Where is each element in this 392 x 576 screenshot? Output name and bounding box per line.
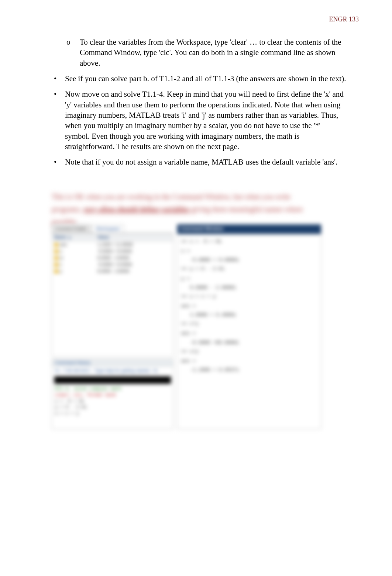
cw-line: -6.6000 +66.0000i [190, 339, 317, 346]
workspace-var-name: w [52, 255, 95, 261]
blurred-line-1: This is OK when you are working in the C… [52, 192, 340, 201]
workspace-var-name: ans [52, 241, 95, 248]
variable-icon [54, 256, 58, 260]
cw-line: y = [181, 275, 317, 283]
bullet-item-3: • Now move on and solve T1.1-4. Keep in … [52, 89, 347, 152]
history-line[interactable]: u = x + y [55, 411, 170, 417]
variable-icon [54, 249, 58, 253]
workspace-row[interactable]: ans1.2200 + 11.6500i [52, 241, 173, 248]
cw-line: >> x*y [181, 320, 317, 328]
bullet-item-2: • See if you can solve part b. of T1.1-2… [52, 73, 347, 84]
workspace-var-value: -5.0000 + 9.0000i [95, 261, 173, 268]
tab-current-folder[interactable]: Current Folder [52, 224, 91, 233]
bullet-marker: • [52, 157, 65, 167]
workspace-row[interactable]: y6.0000 - 2.6000i [52, 268, 173, 275]
workspace-col-name[interactable]: Name ▲ [52, 234, 95, 241]
blurred-line-2: programs, very often should define varia… [52, 204, 340, 214]
variable-icon [54, 243, 58, 247]
left-column: Current Folder Workspace Name ▲ Value an… [52, 224, 173, 429]
command-history-redaction [54, 376, 171, 384]
command-window-title: Command Window [177, 224, 321, 234]
cw-line: 6.0000 - 2.6000i [190, 284, 317, 292]
bullet-marker: • [52, 73, 65, 84]
cw-line: -5.0000 + 9.0000i [190, 256, 317, 264]
workspace-var-value: -5.0000 + 9.0000i [95, 248, 173, 255]
cw-line: >> y = 6 - 2.6i [181, 265, 317, 273]
command-window-body[interactable]: >> x = -5 + 9ix =-5.0000 + 9.0000i>> y =… [177, 234, 321, 429]
bullet-text-4: Note that if you do not assign a variabl… [65, 157, 347, 167]
cw-line: >> x/y [181, 348, 317, 355]
cw-line: >> u = x + y [181, 293, 317, 300]
blurred-pre: programs, [52, 205, 83, 213]
workspace-var-name: y [52, 268, 95, 275]
command-history-panel: Command History %-- 7:45 AM 8/24 -- Type… [52, 359, 173, 429]
cw-line: ans = [181, 358, 317, 365]
bullet-item-4: • Note that if you do not assign a varia… [52, 157, 347, 167]
bullet-text-3: Now move on and solve T1.1-4. Keep in mi… [65, 89, 347, 152]
right-column: Command Window >> x = -5 + 9ix =-5.0000 … [177, 224, 321, 429]
sub-marker: o [66, 37, 80, 68]
cw-line: 1.0000 + 6.4000i [190, 311, 317, 319]
command-history-title: Command History [52, 359, 173, 367]
sub-list-item: o To clear the variables from the Worksp… [52, 37, 347, 68]
workspace-row[interactable]: u-5.0000 + 9.0000i [52, 248, 173, 255]
sub-item-text: To clear the variables from the Workspac… [80, 37, 347, 68]
workspace-var-value: 6.0000 - 2.6000i [95, 255, 173, 261]
workspace-tabs: Current Folder Workspace [52, 224, 173, 233]
workspace-var-name: x [52, 261, 95, 268]
page-header-course: ENGR 133 [329, 15, 359, 23]
workspace-var-name: u [52, 248, 95, 255]
blurred-post: giving them meaningful names where [189, 205, 303, 213]
cw-line: -1.2606 + 0.9537i [190, 366, 317, 374]
bullet-marker: • [52, 89, 65, 152]
document-body: o To clear the variables from the Worksp… [52, 37, 347, 173]
cw-line: ans = [181, 303, 317, 310]
workspace-var-value: 1.2200 + 11.6500i [95, 241, 173, 248]
workspace-col-value[interactable]: Value [95, 234, 173, 241]
matlab-screenshot: Current Folder Workspace Name ▲ Value an… [52, 224, 310, 429]
history-line[interactable]: x = -5 + 9i [55, 399, 170, 405]
command-history-lines: %T1-4, solve complex mathclear; clc; for… [52, 385, 173, 418]
history-line[interactable]: y = 6 - 2.6i [55, 404, 170, 411]
workspace-row[interactable]: x-5.0000 + 9.0000i [52, 261, 173, 268]
bullet-text-2: See if you can solve part b. of T1.1-2 a… [65, 73, 347, 84]
command-history-timestamp: %-- 7:45 AM 8/24 -- Type help for gettin… [52, 367, 173, 375]
tab-workspace[interactable]: Workspace [92, 224, 124, 233]
blurred-bold: very often should define variables [83, 205, 190, 213]
cw-line: x = [181, 248, 317, 255]
variable-icon [54, 269, 58, 273]
workspace-var-value: 6.0000 - 2.6000i [95, 268, 173, 275]
cw-line: >> x = -5 + 9i [181, 238, 317, 245]
blurred-paragraph: This is OK when you are working in the C… [52, 192, 340, 230]
workspace-row[interactable]: w6.0000 - 2.6000i [52, 255, 173, 261]
workspace-table: Name ▲ Value ans1.2200 + 11.6500iu-5.000… [52, 234, 173, 275]
history-line[interactable]: %T1-4, solve complex math [55, 386, 170, 392]
workspace-panel: Name ▲ Value ans1.2200 + 11.6500iu-5.000… [52, 233, 173, 357]
variable-icon [54, 263, 58, 267]
history-line[interactable]: clear; clc; format bank [55, 392, 170, 399]
cw-line: ans = [181, 330, 317, 337]
